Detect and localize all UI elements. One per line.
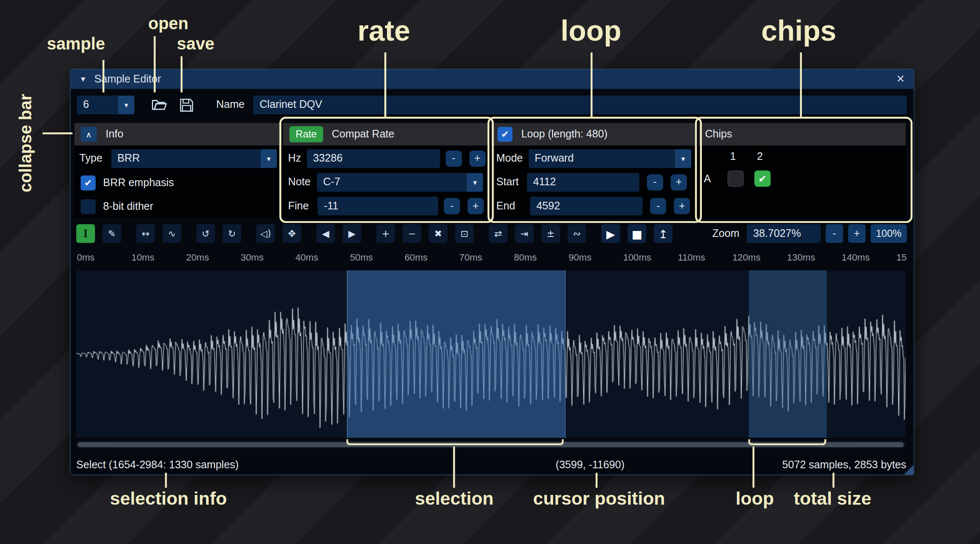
header-row: 6 ▼ Name: [77, 96, 907, 114]
note-select[interactable]: C-7 ▼: [317, 173, 483, 192]
loop-end-decrease-button[interactable]: -: [650, 198, 666, 214]
resample-button[interactable]: ∿: [163, 224, 181, 243]
redo-button[interactable]: ↻: [223, 224, 241, 243]
info-collapse-button[interactable]: ∧: [80, 127, 97, 142]
fine-input[interactable]: -11: [317, 197, 438, 215]
zoom-out-button[interactable]: -: [825, 224, 843, 243]
rate-panel-title: Compat Rate: [332, 128, 395, 141]
annotation-sample: sample: [47, 34, 105, 54]
hz-value: 33286: [313, 152, 342, 165]
rate-panel: Rate Compat Rate Hz 33286 - + Note C-7 ▼…: [283, 123, 488, 218]
chevron-down-icon: ▼: [261, 149, 277, 168]
screenshot-stage: ▼ Sample Editor ✕ 6 ▼ Name: [0, 0, 980, 544]
pointer-line-loop-bottom: [753, 447, 754, 488]
loop-mode-select[interactable]: Forward ▼: [528, 149, 691, 168]
close-button[interactable]: ✕: [896, 72, 905, 85]
info-panel: ∧ Info Type BRR ▼ ✔ BRR emphasis 8-bit d…: [75, 123, 282, 218]
loop-start-increase-button[interactable]: +: [671, 174, 687, 190]
dither-label: 8-bit dither: [103, 201, 154, 213]
status-selection: Select (1654-2984: 1330 samples): [76, 459, 239, 472]
apply-silence-button[interactable]: −: [403, 224, 421, 243]
fine-decrease-button[interactable]: -: [444, 198, 460, 214]
chip-a2-checkbox[interactable]: ✔: [754, 170, 770, 187]
loop-start-label: Start: [496, 176, 519, 189]
sign-button[interactable]: ±: [541, 224, 560, 243]
rate-panel-header: Rate Compat Rate: [283, 123, 488, 146]
chevron-down-icon: ▼: [675, 149, 691, 168]
type-select[interactable]: BRR ▼: [111, 149, 277, 168]
chip-a1-checkbox[interactable]: [728, 170, 744, 187]
insert-silence-button[interactable]: +: [376, 224, 395, 243]
loop-end-input[interactable]: 4592: [530, 197, 643, 215]
save-button[interactable]: [177, 96, 196, 114]
pointer-line-cursor-position: [596, 473, 597, 488]
stop-preview-button[interactable]: ■: [627, 224, 646, 243]
loop-start-decrease-button[interactable]: -: [647, 174, 663, 190]
resize-button[interactable]: ↔: [136, 224, 155, 243]
loop-start-input[interactable]: 4112: [527, 173, 639, 192]
annotation-total-size: total size: [794, 489, 871, 509]
create-wavetable-button[interactable]: ↥: [654, 224, 672, 243]
chip-column-1: 1: [730, 151, 736, 163]
preview-button[interactable]: ▶: [601, 224, 620, 243]
undo-button[interactable]: ↺: [196, 224, 215, 243]
trim-button[interactable]: ⊡: [455, 224, 474, 243]
window-collapse-button[interactable]: ▼: [80, 74, 87, 83]
ruler-label: 140ms: [842, 252, 870, 262]
chevron-down-icon: ▼: [118, 96, 134, 114]
amplify-button[interactable]: ◁): [256, 224, 275, 243]
name-input[interactable]: [253, 96, 907, 114]
ruler-label: 110ms: [678, 252, 705, 262]
hz-decrease-button[interactable]: -: [445, 151, 461, 167]
draw-tool-button[interactable]: ✎: [102, 224, 121, 243]
fine-increase-button[interactable]: +: [467, 198, 483, 214]
rate-button[interactable]: Rate: [290, 126, 323, 142]
resize-grip[interactable]: [904, 464, 914, 475]
pointer-line-selection: [453, 447, 455, 488]
loop-checkbox[interactable]: ✔: [497, 127, 512, 142]
zoom-reset-button[interactable]: 100%: [871, 224, 907, 243]
status-bar: Select (1654-2984: 1330 samples) (3599, …: [76, 458, 908, 473]
ruler-label: 60ms: [405, 252, 428, 262]
zoom-input[interactable]: 38.7027%: [747, 224, 820, 243]
ruler-label: 0ms: [77, 252, 95, 262]
sample-number-select[interactable]: 6 ▼: [77, 96, 135, 114]
pointer-line-rate: [384, 52, 386, 117]
hz-increase-button[interactable]: +: [469, 151, 485, 167]
annotation-loop-bottom: loop: [736, 489, 774, 509]
loop-panel-title: Loop (length: 480): [521, 128, 607, 141]
hz-input[interactable]: 33286: [307, 149, 440, 168]
reverse-button[interactable]: ⇄: [489, 224, 508, 243]
waveform-display[interactable]: [76, 270, 905, 438]
fade-out-button[interactable]: ▶: [342, 224, 361, 243]
loop-mode-label: Mode: [496, 152, 523, 165]
note-value: C-7: [317, 173, 467, 192]
open-button[interactable]: [150, 96, 168, 114]
pointer-line-loop: [591, 52, 592, 117]
filter-button[interactable]: ∾: [568, 224, 586, 243]
ruler-label: 90ms: [569, 252, 591, 262]
delete-button[interactable]: ✖: [429, 224, 447, 243]
status-total-size: 5072 samples, 2853 bytes: [782, 459, 906, 472]
annotation-loop: loop: [560, 14, 621, 47]
normalize-button[interactable]: ✥: [282, 224, 301, 243]
loop-bracket: [748, 439, 826, 445]
hz-label: Hz: [288, 152, 301, 165]
dither-checkbox[interactable]: [80, 199, 95, 214]
info-panel-header: ∧ Info: [75, 123, 282, 146]
ruler-label: 40ms: [295, 252, 318, 262]
annotation-rate: rate: [358, 14, 411, 47]
folder-open-icon: [152, 99, 167, 111]
select-tool-button[interactable]: I: [76, 224, 95, 243]
brr-emphasis-checkbox[interactable]: ✔: [80, 176, 95, 190]
zoom-in-button[interactable]: +: [848, 224, 865, 243]
loop-panel: ✔ Loop (length: 480) Mode Forward ▼ Star…: [491, 123, 696, 218]
annotation-cursor-position: cursor position: [533, 489, 665, 509]
check-icon: ✔: [501, 129, 509, 140]
fade-in-button[interactable]: ◀: [316, 224, 335, 243]
type-value: BRR: [111, 149, 261, 168]
zoom-cluster: Zoom 38.7027% - + 100%: [712, 224, 907, 243]
loop-end-increase-button[interactable]: +: [674, 198, 690, 214]
invert-button[interactable]: ⇥: [515, 224, 534, 243]
timeline-ruler: 0ms10ms20ms30ms40ms50ms60ms70ms80ms90ms1…: [76, 249, 907, 267]
